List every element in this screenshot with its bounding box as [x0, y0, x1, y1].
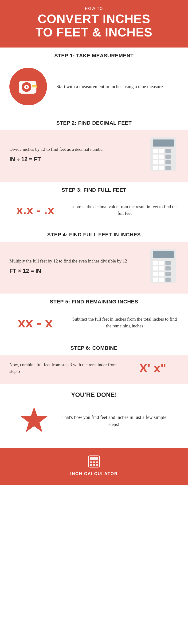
svg-rect-13	[153, 149, 158, 153]
calculator-icon-2	[148, 248, 179, 285]
svg-rect-29	[166, 260, 171, 265]
tape-measure-icon	[9, 68, 47, 105]
calculator-icon-1	[148, 136, 179, 173]
step6-heading: STEP 6: COMBINE	[0, 340, 188, 356]
svg-rect-30	[153, 266, 158, 270]
svg-rect-17	[159, 154, 164, 159]
done-content: That's how you find feet and inches in j…	[5, 403, 183, 448]
svg-rect-43	[93, 462, 95, 463]
svg-rect-22	[153, 166, 158, 170]
star-svg	[19, 405, 49, 436]
svg-rect-42	[90, 462, 92, 463]
step6-formula: X' x"	[127, 361, 179, 375]
step3-section: STEP 3: FIND FULL FEET x.x - .x subtract…	[0, 182, 188, 226]
svg-rect-41	[90, 457, 98, 460]
step1-heading: STEP 1: TAKE MEASUREMENT	[0, 48, 188, 63]
svg-rect-31	[159, 266, 164, 270]
step5-content: xx - x Subtract the full feet in inches …	[0, 309, 188, 340]
step3-body: subtract the decimal value from the resu…	[70, 204, 179, 217]
svg-rect-34	[159, 272, 164, 276]
step4-heading: STEP 4: FIND FULL FEET IN INCHES	[0, 226, 188, 242]
svg-rect-46	[93, 464, 95, 466]
step6-text-block: Now, combine full feet from step 3 with …	[9, 362, 120, 375]
footer: INCH CALCULATOR	[0, 448, 188, 485]
step1-section: STEP 1: TAKE MEASUREMENT	[0, 48, 188, 115]
footer-logo-icon	[88, 455, 100, 468]
step1-content: Start with a measurement in inches using…	[0, 63, 188, 115]
svg-rect-28	[159, 260, 164, 265]
done-heading: YOU'RE DONE!	[5, 386, 183, 403]
step3-heading: STEP 3: FIND FULL FEET	[0, 182, 188, 197]
header: HOW TO CONVERT INCHES TO FEET & INCHES	[0, 0, 188, 48]
calculator-svg-1	[148, 136, 179, 172]
step5-body: Subtract the full feet in inches from th…	[70, 316, 179, 329]
step6-content: Now, combine full feet from step 3 with …	[0, 356, 188, 384]
step2-section: STEP 2: FIND DECIMAL FEET Divide inches …	[0, 115, 188, 182]
step5-formula: xx - x	[9, 315, 61, 330]
svg-rect-44	[96, 462, 98, 463]
step3-content: x.x - .x subtract the decimal value from…	[0, 197, 188, 226]
svg-rect-21	[166, 160, 171, 164]
step2-text-block: Divide inches by 12 to find feet as a de…	[9, 146, 141, 164]
svg-rect-18	[166, 154, 171, 159]
step4-text-block: Multiply the full feet by 12 to find the…	[9, 258, 141, 276]
svg-rect-38	[166, 278, 171, 282]
svg-rect-36	[153, 278, 158, 282]
svg-rect-12	[153, 140, 174, 146]
svg-rect-45	[90, 464, 92, 466]
step1-body: Start with a measurement in inches using…	[56, 83, 163, 90]
header-title: CONVERT INCHES TO FEET & INCHES	[14, 12, 174, 39]
svg-rect-16	[153, 154, 158, 159]
svg-rect-19	[153, 160, 158, 164]
step2-formula: IN ÷ 12 = FT	[9, 155, 141, 164]
tape-measure-svg	[15, 74, 41, 100]
step4-section: STEP 4: FIND FULL FEET IN INCHES Multipl…	[0, 226, 188, 294]
svg-rect-33	[153, 272, 158, 276]
svg-rect-35	[166, 272, 171, 276]
step5-heading: STEP 5: FIND REMAINING INCHES	[0, 294, 188, 309]
svg-rect-23	[159, 166, 164, 170]
svg-rect-26	[153, 251, 174, 258]
svg-rect-47	[96, 464, 98, 466]
svg-rect-20	[159, 160, 164, 164]
step4-content: Multiply the full feet by 12 to find the…	[0, 242, 188, 294]
svg-rect-24	[166, 166, 171, 170]
svg-marker-39	[21, 407, 47, 432]
step6-section: STEP 6: COMBINE Now, combine full feet f…	[0, 340, 188, 384]
footer-brand: INCH CALCULATOR	[5, 471, 183, 476]
step2-content: Divide inches by 12 to find feet as a de…	[0, 130, 188, 182]
svg-rect-15	[166, 149, 171, 153]
step2-heading: STEP 2: FIND DECIMAL FEET	[0, 115, 188, 130]
step4-formula: FT × 12 = IN	[9, 267, 141, 275]
step5-section: STEP 5: FIND REMAINING INCHES xx - x Sub…	[0, 294, 188, 340]
calculator-svg-2	[148, 248, 179, 284]
svg-rect-14	[159, 149, 164, 153]
star-icon	[19, 405, 49, 436]
done-section: YOU'RE DONE! That's how you find feet an…	[0, 384, 188, 448]
svg-rect-37	[159, 278, 164, 282]
header-subtitle: HOW TO	[14, 6, 174, 11]
step3-formula: x.x - .x	[9, 203, 61, 217]
done-body: That's how you find feet and inches in j…	[59, 414, 169, 428]
svg-point-3	[26, 86, 27, 88]
svg-rect-32	[166, 266, 171, 270]
svg-rect-27	[153, 260, 158, 265]
